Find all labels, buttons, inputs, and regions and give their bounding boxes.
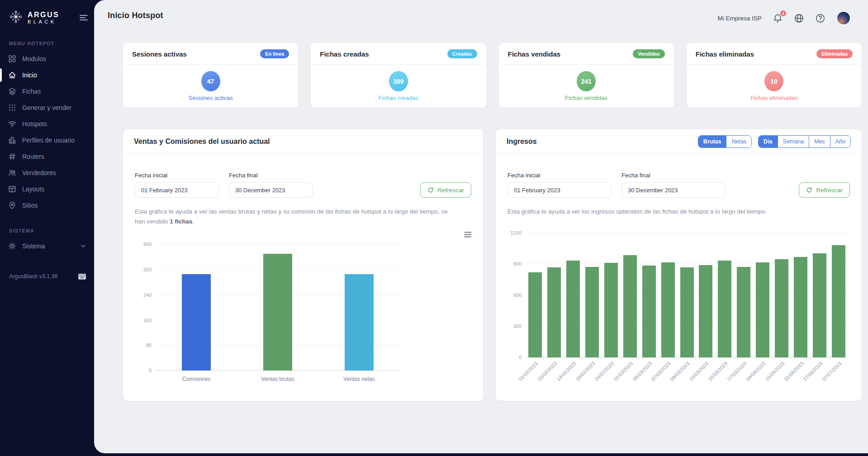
logo-row: ARGUS BLACK [0,9,94,26]
bar-10-03-2023 [699,265,712,357]
sidebar-item-label: Sitios [22,202,38,209]
topbar-right: Mi Empresa ISP 4 [717,11,851,25]
hash-icon [8,152,16,161]
series-toggle-brutas[interactable]: Brutas [698,136,726,147]
bar-04-04-2023 [756,262,769,357]
bar-01-06-2023 [794,257,807,357]
stat-value-circle: 47 [201,71,220,91]
stat-card-head: Fichas creadasCreadas [311,43,486,65]
series-toggle-netas[interactable]: Netas [726,136,751,147]
home-icon [8,71,16,79]
notifications-button[interactable]: 4 [773,13,783,24]
date-end-input[interactable] [229,182,313,198]
date-start-field: Fecha inicial [508,172,612,198]
sales-description: Esta gráfica te ayuda a ver las ventas b… [135,207,451,226]
sidebar-nav: ModulosInicioFichasGenerar y venderHotsp… [0,51,94,214]
income-plot: 1200900600300001/02/202303/02/202314/02/… [526,233,848,358]
refresh-button[interactable]: Refrescar [799,182,850,198]
stat-value-circle: 241 [577,71,596,91]
stat-card-sesiones-activas: Sesiones activasEn línea47Sesiones activ… [123,43,298,108]
sidebar-item-hotspots[interactable]: Hotspots [0,116,94,132]
sidebar-item-vendedores[interactable]: Vendedores [0,165,94,181]
bar-07-03-2023 [661,262,675,357]
stat-card-title: Sesiones activas [132,50,187,58]
sidebar-item-label: Fichas [22,88,41,95]
language-button[interactable] [794,13,804,24]
sidebar: ARGUS BLACK MENU HOTSPOT ModulosInicioFi… [0,0,94,456]
date-start-input[interactable] [135,182,219,198]
sidebar-item-fichas[interactable]: Fichas [0,83,94,100]
sidebar-item-label: Hotspots [22,120,47,128]
profiles-icon [8,136,16,144]
sidebar-item-label: Generar y vender [22,104,71,111]
chevron-down-icon [81,243,86,249]
wifi-icon [8,120,16,128]
date-end-label: Fecha final [621,172,726,179]
keyboard-icon[interactable] [78,274,86,280]
stat-card-fichas-creadas: Fichas creadasCreadas309Fichas creadas [311,43,486,108]
sidebar-item-perfiles-de-usuario[interactable]: Perfiles de usuario [0,132,94,148]
globe-icon [794,13,804,24]
y-axis-tick: 300 [513,323,522,329]
sales-card-title: Ventas y Comisiones del usuario actual [134,138,270,146]
y-axis-tick: 900 [513,261,522,266]
sidebar-item-generar-y-vender[interactable]: Generar y vender [0,100,94,116]
stat-label: Fichas creadas [379,95,418,101]
stat-card-body: 241Fichas vendidas [499,65,674,108]
sidebar-item-label: Layouts [22,185,44,193]
refresh-label: Refrescar [437,187,464,194]
sidebar-item-sistema[interactable]: Sistema [0,238,94,254]
bar-16-03-2023 [718,261,731,357]
period-toggle-mes[interactable]: Mes [809,136,830,147]
card-head: Ingresos BrutasNetas DíaSemanaMesAño [496,129,862,154]
sidebar-item-inicio[interactable]: Inicio [0,67,94,83]
refresh-button[interactable]: Refrescar [420,182,471,198]
date-end-input[interactable] [621,182,726,198]
date-start-label: Fecha inicial [135,172,219,179]
period-toggle-group: DíaSemanaMesAño [758,135,851,148]
date-filter-row: Fecha inicial Fecha final Refrescar [135,172,471,198]
sidebar-item-label: Perfiles de usuario [22,137,75,144]
y-axis-tick: 0 [149,368,152,373]
y-axis-tick: 160 [143,318,152,323]
sidebar-item-layouts[interactable]: Layouts [0,181,94,197]
sidebar-item-routers[interactable]: Routers [0,148,94,165]
main-panel: Inicio Hotspot Mi Empresa ISP 4 [94,0,868,453]
sidebar-footer: ArgusBlack v3.1.36 [0,273,94,280]
bar-15-05-2023 [775,259,788,357]
layout-icon [8,185,16,193]
sidebar-item-sitios[interactable]: Sitios [0,197,94,214]
refresh-icon [427,187,434,193]
date-start-input[interactable] [508,182,612,198]
card-head: Ventas y Comisiones del usuario actual [123,129,483,154]
dots-icon [8,104,16,112]
stat-card-body: 309Fichas creadas [311,65,486,108]
bar-27-03-2023 [737,267,750,357]
stat-card-body: 10Fichas eliminadas [687,65,862,108]
user-avatar[interactable] [836,11,851,25]
sistema-section-label: SISTEMA [0,228,94,233]
y-axis-tick: 600 [513,292,522,298]
sidebar-item-modulos[interactable]: Modulos [0,51,94,67]
help-button[interactable] [815,13,825,24]
chart-menu-icon[interactable] [464,232,471,238]
x-axis-label: Ventas brutas [261,376,294,382]
x-axis-label: Ventas netas [343,376,375,382]
date-end-field: Fecha final [229,172,313,198]
income-card: Ingresos BrutasNetas DíaSemanaMesAño Fec… [496,129,862,401]
company-name: Mi Empresa ISP [717,15,762,22]
status-badge: En línea [260,49,289,58]
period-toggle-ano[interactable]: Año [830,136,850,147]
content: Sesiones activasEn línea47Sesiones activ… [123,43,862,401]
sidebar-collapse-icon[interactable] [80,14,88,21]
users-icon [8,169,16,177]
series-toggle-group: BrutasNetas [698,135,752,148]
layers-icon [8,87,16,95]
stat-label: Fichas eliminadas [750,95,797,101]
period-toggle-semana[interactable]: Semana [778,136,809,147]
bar-ventas-brutas [263,254,292,370]
stat-card-head: Fichas vendidasVendidas [499,43,674,65]
bar-ventas-netas [345,274,374,370]
card-body: Fecha inicial Fecha final Refrescar [123,172,483,389]
period-toggle-dia[interactable]: Día [759,136,777,147]
